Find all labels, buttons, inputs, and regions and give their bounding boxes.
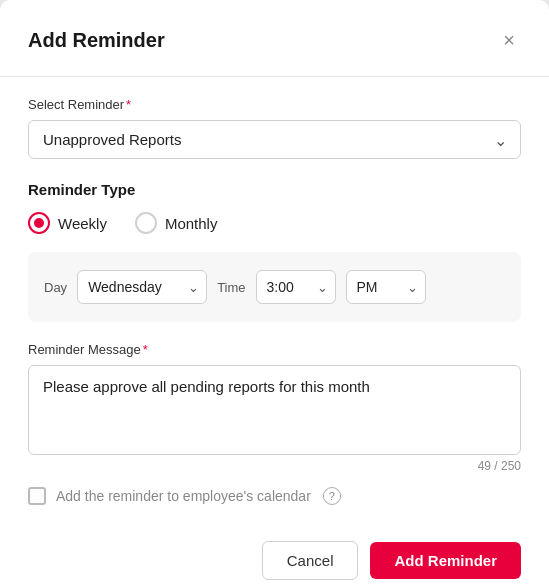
reminder-message-textarea[interactable]: Please approve all pending reports for t… <box>28 365 521 455</box>
modal-header: Add Reminder × <box>28 28 521 52</box>
day-time-row: Day Sunday Monday Tuesday Wednesday Thur… <box>44 270 505 304</box>
select-reminder-section: Select Reminder* Unapproved Reports Pend… <box>28 97 521 159</box>
char-count: 49 / 250 <box>28 459 521 473</box>
time-dropdown[interactable]: 1:00 2:00 3:00 4:00 5:00 6:00 7:00 8:00 … <box>256 270 336 304</box>
header-divider <box>0 76 549 77</box>
day-label: Day <box>44 280 67 295</box>
weekly-radio-option[interactable]: Weekly <box>28 212 107 234</box>
ampm-dropdown[interactable]: AM PM <box>346 270 426 304</box>
monthly-radio-input[interactable] <box>135 212 157 234</box>
modal-footer: Cancel Add Reminder <box>28 533 521 580</box>
calendar-label: Add the reminder to employee's calendar <box>56 488 311 504</box>
add-reminder-modal: Add Reminder × Select Reminder* Unapprov… <box>0 0 549 585</box>
weekly-radio-label: Weekly <box>58 215 107 232</box>
reminder-message-label: Reminder Message* <box>28 342 521 357</box>
calendar-row: Add the reminder to employee's calendar … <box>28 487 521 505</box>
ampm-select-wrapper: AM PM ⌄ <box>346 270 426 304</box>
modal-title: Add Reminder <box>28 29 165 52</box>
reminder-type-radio-group: Weekly Monthly <box>28 212 521 234</box>
add-reminder-button[interactable]: Add Reminder <box>370 542 521 579</box>
cancel-button[interactable]: Cancel <box>262 541 359 580</box>
message-required-star: * <box>143 342 148 357</box>
time-label: Time <box>217 280 245 295</box>
time-select-wrapper: 1:00 2:00 3:00 4:00 5:00 6:00 7:00 8:00 … <box>256 270 336 304</box>
day-dropdown[interactable]: Sunday Monday Tuesday Wednesday Thursday… <box>77 270 207 304</box>
select-reminder-wrapper: Unapproved Reports Pending Timesheets Mi… <box>28 120 521 159</box>
calendar-checkbox[interactable] <box>28 487 46 505</box>
weekly-radio-input[interactable] <box>28 212 50 234</box>
required-star: * <box>126 97 131 112</box>
monthly-radio-label: Monthly <box>165 215 218 232</box>
help-icon[interactable]: ? <box>323 487 341 505</box>
select-reminder-label: Select Reminder* <box>28 97 521 112</box>
day-select-wrapper: Sunday Monday Tuesday Wednesday Thursday… <box>77 270 207 304</box>
select-reminder-dropdown[interactable]: Unapproved Reports Pending Timesheets Mi… <box>28 120 521 159</box>
monthly-radio-option[interactable]: Monthly <box>135 212 218 234</box>
reminder-type-title: Reminder Type <box>28 181 521 198</box>
close-button[interactable]: × <box>497 28 521 52</box>
day-time-section: Day Sunday Monday Tuesday Wednesday Thur… <box>28 252 521 322</box>
